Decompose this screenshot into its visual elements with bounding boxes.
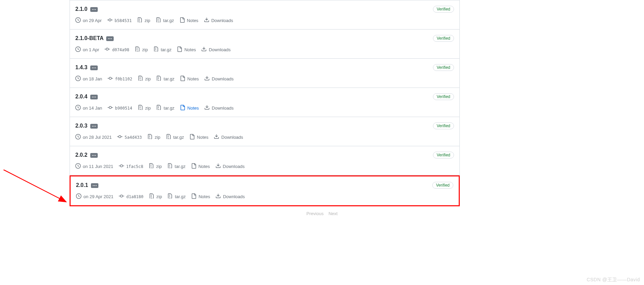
ellipsis-icon[interactable] bbox=[90, 95, 98, 99]
zip-link[interactable]: zip bbox=[137, 17, 150, 24]
clock-icon bbox=[75, 163, 81, 170]
verified-badge[interactable]: Verified bbox=[433, 152, 454, 158]
downloads-link[interactable]: Downloads bbox=[215, 163, 245, 170]
svg-point-14 bbox=[92, 126, 93, 127]
ellipsis-icon[interactable] bbox=[90, 65, 98, 70]
commit-link[interactable]: f0b1102 bbox=[108, 76, 132, 82]
downloads-link[interactable]: Downloads bbox=[204, 105, 233, 111]
release-version[interactable]: 2.0.1 bbox=[76, 182, 88, 188]
svg-point-7 bbox=[111, 38, 112, 39]
zip-icon bbox=[167, 193, 173, 200]
zip-icon bbox=[147, 134, 153, 140]
commit-link[interactable]: 5a4d433 bbox=[117, 134, 142, 140]
targz-link[interactable]: tar.gz bbox=[156, 105, 174, 111]
downloads-link[interactable]: Downloads bbox=[214, 134, 243, 140]
targz-link[interactable]: tar.gz bbox=[153, 46, 172, 53]
svg-point-15 bbox=[93, 126, 94, 127]
commit-link[interactable]: d1a8180 bbox=[119, 193, 144, 200]
svg-point-21 bbox=[94, 185, 95, 186]
ellipsis-icon[interactable] bbox=[91, 183, 98, 188]
commit-icon bbox=[119, 193, 124, 200]
svg-point-16 bbox=[95, 126, 96, 127]
notes-link[interactable]: Notes bbox=[180, 76, 199, 82]
zip-link[interactable]: zip bbox=[138, 76, 151, 82]
release-date[interactable]: on 28 Jul 2021 bbox=[75, 134, 112, 140]
verified-badge[interactable]: Verified bbox=[433, 35, 454, 42]
download-icon bbox=[204, 76, 210, 82]
svg-point-17 bbox=[92, 155, 93, 156]
download-icon bbox=[201, 46, 207, 53]
zip-link[interactable]: zip bbox=[149, 193, 162, 200]
release-date[interactable]: on 14 Jan bbox=[75, 105, 102, 111]
release-row: 2.0.1 Verified on 29 Apr 2021 d1a8180 zi… bbox=[70, 175, 460, 206]
release-date[interactable]: on 18 Jan bbox=[75, 76, 102, 82]
targz-link[interactable]: tar.gz bbox=[156, 76, 174, 82]
release-date[interactable]: on 11 Jun 2021 bbox=[75, 163, 113, 170]
commit-link[interactable]: 1fac5c8 bbox=[119, 163, 144, 170]
release-version[interactable]: 2.0.2 bbox=[75, 152, 88, 158]
svg-point-4 bbox=[95, 9, 96, 10]
commit-link[interactable]: b900514 bbox=[108, 105, 132, 111]
ellipsis-icon[interactable] bbox=[90, 153, 98, 158]
zip-link[interactable]: zip bbox=[147, 134, 160, 140]
commit-link[interactable]: d074a98 bbox=[105, 46, 129, 53]
release-version[interactable]: 2.1.0 bbox=[75, 6, 88, 12]
ellipsis-icon[interactable] bbox=[90, 7, 98, 12]
pagination-prev[interactable]: Previous bbox=[306, 211, 324, 216]
release-version[interactable]: 2.1.0-BETA bbox=[75, 35, 103, 41]
release-version[interactable]: 1.4.3 bbox=[75, 64, 88, 71]
zip-icon bbox=[149, 163, 154, 170]
zip-icon bbox=[153, 46, 159, 53]
file-icon bbox=[180, 76, 185, 82]
targz-link[interactable]: tar.gz bbox=[166, 134, 184, 140]
file-icon bbox=[191, 163, 196, 170]
download-icon bbox=[204, 17, 209, 24]
svg-point-3 bbox=[93, 9, 94, 10]
release-date[interactable]: on 29 Apr 2021 bbox=[76, 193, 113, 200]
commit-icon bbox=[117, 134, 122, 140]
clock-icon bbox=[75, 76, 81, 82]
downloads-link[interactable]: Downloads bbox=[204, 76, 233, 82]
release-date[interactable]: on 1 Apr bbox=[75, 46, 99, 53]
pagination: Previous Next bbox=[0, 206, 644, 216]
downloads-link[interactable]: Downloads bbox=[204, 17, 233, 24]
svg-point-18 bbox=[93, 155, 94, 156]
notes-link[interactable]: Notes bbox=[180, 105, 199, 111]
ellipsis-icon[interactable] bbox=[106, 36, 114, 41]
downloads-link[interactable]: Downloads bbox=[201, 46, 230, 53]
notes-link[interactable]: Notes bbox=[191, 163, 210, 170]
targz-link[interactable]: tar.gz bbox=[167, 193, 186, 200]
targz-link[interactable]: tar.gz bbox=[167, 163, 186, 170]
zip-link[interactable]: zip bbox=[135, 46, 148, 53]
downloads-link[interactable]: Downloads bbox=[215, 193, 245, 200]
verified-badge[interactable]: Verified bbox=[432, 182, 453, 189]
svg-point-6 bbox=[110, 38, 110, 39]
clock-icon bbox=[75, 17, 81, 24]
svg-point-9 bbox=[93, 68, 94, 68]
notes-link[interactable]: Notes bbox=[189, 134, 208, 140]
release-date[interactable]: on 29 Apr bbox=[75, 17, 102, 24]
targz-link[interactable]: tar.gz bbox=[156, 17, 174, 24]
verified-badge[interactable]: Verified bbox=[433, 93, 454, 100]
zip-link[interactable]: zip bbox=[138, 105, 151, 111]
pagination-next[interactable]: Next bbox=[328, 211, 338, 216]
release-version[interactable]: 2.0.4 bbox=[75, 94, 88, 100]
verified-badge[interactable]: Verified bbox=[433, 64, 454, 71]
release-version[interactable]: 2.0.3 bbox=[75, 123, 88, 129]
svg-point-8 bbox=[92, 68, 93, 68]
verified-badge[interactable]: Verified bbox=[433, 122, 454, 129]
ellipsis-icon[interactable] bbox=[90, 124, 98, 129]
notes-link[interactable]: Notes bbox=[177, 46, 196, 53]
notes-link[interactable]: Notes bbox=[179, 17, 198, 24]
verified-badge[interactable]: Verified bbox=[433, 6, 454, 13]
file-icon bbox=[179, 17, 185, 24]
commit-icon bbox=[108, 76, 113, 82]
svg-point-11 bbox=[92, 97, 93, 97]
zip-icon bbox=[149, 193, 154, 200]
notes-link[interactable]: Notes bbox=[191, 193, 210, 200]
commit-link[interactable]: b584531 bbox=[107, 17, 132, 24]
zip-icon bbox=[156, 76, 162, 82]
svg-line-1 bbox=[3, 170, 66, 202]
svg-point-20 bbox=[93, 185, 93, 186]
zip-link[interactable]: zip bbox=[149, 163, 162, 170]
